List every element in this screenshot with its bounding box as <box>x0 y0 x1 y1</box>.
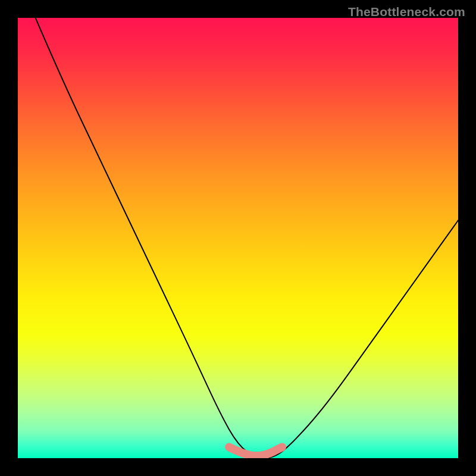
minimum-band <box>229 447 282 456</box>
watermark-text: TheBottleneck.com <box>348 5 465 19</box>
bottleneck-curve <box>36 18 458 458</box>
curve-svg <box>18 18 458 458</box>
chart-frame: TheBottleneck.com <box>0 0 476 476</box>
plot-area <box>18 18 458 458</box>
